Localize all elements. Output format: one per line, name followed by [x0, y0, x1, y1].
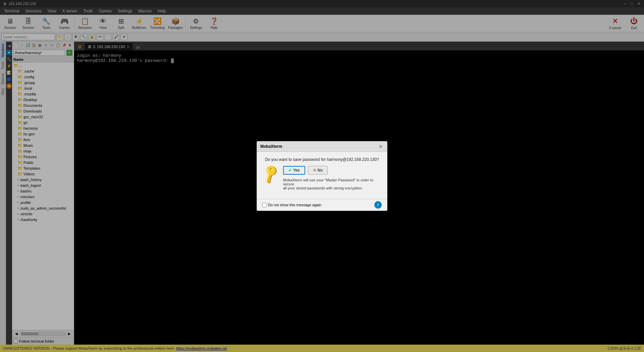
- dialog-footer: Do not show this message again i: [257, 199, 387, 211]
- dialog-description: MobaXterm will use your "Master Password…: [283, 178, 382, 190]
- dialog-question: Do you want to save password for harmony…: [262, 157, 382, 162]
- dialog-title: MobaXterm: [260, 144, 282, 149]
- no-icon: ✕: [313, 168, 316, 173]
- yes-icon: ✔: [288, 168, 292, 173]
- dont-show-label[interactable]: Do not show this message again: [262, 203, 321, 207]
- dialog-body: Do you want to save password for harmony…: [257, 152, 387, 199]
- info-button[interactable]: i: [374, 201, 382, 209]
- key-icon: 🔑: [260, 163, 282, 185]
- dialog-overlay: MobaXterm ✕ Do you want to save password…: [0, 0, 644, 352]
- yes-button[interactable]: ✔ Yes: [283, 166, 305, 175]
- dont-show-checkbox[interactable]: [262, 203, 267, 207]
- dialog-right: ✔ Yes ✕ No MobaXterm will use your "Mast…: [283, 166, 382, 193]
- save-password-dialog: MobaXterm ✕ Do you want to save password…: [257, 141, 387, 211]
- dialog-icon-row: 🔑 ✔ Yes ✕ No MobaXterm will use your: [262, 166, 382, 193]
- dialog-close-button[interactable]: ✕: [378, 143, 384, 149]
- dialog-titlebar: MobaXterm ✕: [257, 141, 387, 152]
- no-button[interactable]: ✕ No: [308, 166, 328, 175]
- dialog-buttons: ✔ Yes ✕ No: [283, 166, 382, 175]
